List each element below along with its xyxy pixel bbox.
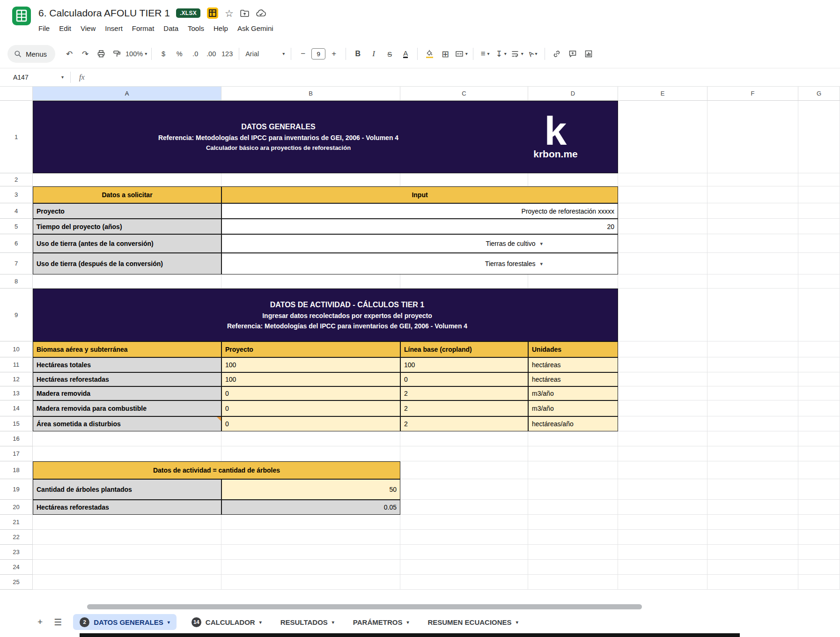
table-row-label[interactable]: Área sometida a disturbios xyxy=(33,416,221,431)
cloud-status-icon[interactable] xyxy=(256,9,266,18)
dropdown-arrow-icon[interactable]: ▾ xyxy=(540,261,543,267)
tab-calculador[interactable]: 14 CALCULADOR ▾ xyxy=(188,614,265,630)
horizontal-scrollbar-thumb[interactable] xyxy=(87,604,642,609)
name-box[interactable]: A147 ▾ xyxy=(0,74,70,81)
table-cell[interactable]: hectáreas xyxy=(528,357,618,372)
table-cell[interactable]: 100 xyxy=(400,357,528,372)
cell-proyecto-header[interactable]: Proyecto xyxy=(221,341,400,357)
undo-icon[interactable]: ↶ xyxy=(62,46,77,61)
cell-uso-antes-dropdown[interactable]: Tierras de cultivo ▾ xyxy=(221,234,618,253)
format-percent-button[interactable]: % xyxy=(172,46,187,61)
table-cell[interactable]: 0 xyxy=(221,400,400,416)
text-wrap-button[interactable]: ▾ xyxy=(509,46,524,61)
table-cell[interactable]: 0 xyxy=(221,416,400,431)
add-sheet-icon[interactable]: + xyxy=(37,617,43,627)
cell-actividad-header[interactable]: DATOS DE ACTIVIDAD - CÁLCULOS TIER 1 Ing… xyxy=(33,289,618,341)
cell-hectareas-reforestadas-label[interactable]: Hectáreas reforestadas xyxy=(33,500,221,515)
menu-file[interactable]: File xyxy=(34,23,54,34)
menu-view[interactable]: View xyxy=(76,23,100,34)
insert-chart-icon[interactable] xyxy=(581,46,596,61)
increase-decimals-button[interactable]: .00 xyxy=(204,46,219,61)
vertical-align-button[interactable]: ↧▾ xyxy=(494,46,508,61)
table-cell[interactable]: 0 xyxy=(400,372,528,386)
cell-uso-despues-dropdown[interactable]: Tierras forestales ▾ xyxy=(221,253,618,274)
menu-data[interactable]: Data xyxy=(159,23,183,34)
table-cell[interactable]: 2 xyxy=(400,386,528,400)
cell-arboles-plantados-label[interactable]: Cantidad de árboles plantados xyxy=(33,479,221,500)
more-formats-button[interactable]: 123 xyxy=(220,46,235,61)
toolbar-divider xyxy=(545,48,545,60)
format-currency-button[interactable]: $ xyxy=(156,46,171,61)
redo-icon[interactable]: ↷ xyxy=(78,46,93,61)
menu-ask-gemini[interactable]: Ask Gemini xyxy=(233,23,278,34)
table-row-label[interactable]: Madera removida xyxy=(33,386,221,400)
zoom-dropdown[interactable]: 100%▾ xyxy=(125,46,147,61)
table-cell[interactable]: 100 xyxy=(221,372,400,386)
increase-font-size-button[interactable]: + xyxy=(326,46,341,61)
move-folder-icon[interactable] xyxy=(240,9,250,18)
cell-arboles-header[interactable]: Datos de actividad = cantidad de árboles xyxy=(33,461,400,479)
paint-format-icon[interactable] xyxy=(110,46,125,61)
text-rotation-button[interactable]: A▾ xyxy=(525,46,540,61)
table-cell[interactable]: 0 xyxy=(221,386,400,400)
font-family-dropdown[interactable]: Arial▾ xyxy=(243,46,287,61)
tab-label: PARÁMETROS xyxy=(353,618,403,626)
sheets-logo-icon[interactable] xyxy=(11,6,32,26)
cell-proyecto-label[interactable]: Proyecto xyxy=(33,203,221,219)
borders-button[interactable]: ⊞ xyxy=(438,46,453,61)
print-icon[interactable] xyxy=(94,46,109,61)
cell-hectareas-reforestadas-value[interactable]: 0.05 xyxy=(221,500,400,515)
menu-tools[interactable]: Tools xyxy=(184,23,208,34)
cell-uso-antes-label[interactable]: Uso de tierra (antes de la conversión) xyxy=(33,234,221,253)
merge-cells-button[interactable]: ▾ xyxy=(454,46,469,61)
formula-bar-divider xyxy=(70,72,71,83)
insert-link-icon[interactable] xyxy=(549,46,564,61)
fx-icon[interactable]: fx xyxy=(79,73,85,81)
table-cell[interactable]: hectáreas xyxy=(528,372,618,386)
italic-button[interactable]: I xyxy=(366,46,381,61)
zoom-value: 100% xyxy=(125,50,143,58)
table-cell[interactable]: hectáreas/año xyxy=(528,416,618,431)
font-size-input[interactable]: 9 xyxy=(311,48,325,59)
cell-linea-base-header[interactable]: Línea base (cropland) xyxy=(400,341,528,357)
table-row-label[interactable]: Hectáreas reforestadas xyxy=(33,372,221,386)
cell-input-header[interactable]: Input xyxy=(221,186,618,203)
text-color-button[interactable]: A xyxy=(403,50,408,59)
horizontal-align-button[interactable]: ≡▾ xyxy=(478,46,493,61)
all-sheets-icon[interactable]: ☰ xyxy=(54,617,62,628)
table-row-label[interactable]: Madera removida para combustible xyxy=(33,400,221,416)
menu-help[interactable]: Help xyxy=(209,23,232,34)
table-cell[interactable]: 2 xyxy=(400,400,528,416)
tab-datos-generales[interactable]: 2 DATOS GENERALES ▾ xyxy=(73,614,177,630)
decrease-decimals-button[interactable]: .0 xyxy=(188,46,203,61)
menus-search-button[interactable]: Menus xyxy=(7,45,55,63)
cell-tiempo-value[interactable]: 20 xyxy=(221,219,618,234)
decrease-font-size-button[interactable]: − xyxy=(295,46,310,61)
cell-datos-a-solicitar[interactable]: Datos a solicitar xyxy=(33,186,221,203)
insert-comment-icon[interactable] xyxy=(565,46,580,61)
cell-uso-despues-label[interactable]: Uso de tierra (después de la conversión) xyxy=(33,253,221,274)
table-cell[interactable]: m3/año xyxy=(528,400,618,416)
table-cell[interactable]: 2 xyxy=(400,416,528,431)
menu-format[interactable]: Format xyxy=(128,23,159,34)
bold-button[interactable]: B xyxy=(350,46,365,61)
table-cell[interactable]: m3/año xyxy=(528,386,618,400)
cell-tiempo-label[interactable]: Tiempo del proyecto (años) xyxy=(33,219,221,234)
star-icon[interactable]: ☆ xyxy=(225,8,234,18)
cell-proyecto-value[interactable]: Proyecto de reforestación xxxxx xyxy=(221,203,618,219)
cell-biomasa-header[interactable]: Biomasa aérea y subterránea xyxy=(33,341,221,357)
table-cell[interactable]: 100 xyxy=(221,357,400,372)
fill-color-button[interactable] xyxy=(422,46,437,61)
dropdown-arrow-icon[interactable]: ▾ xyxy=(540,241,543,247)
cell-general-header[interactable]: DATOS GENERALES Referencia: Metodologías… xyxy=(33,101,618,173)
document-title[interactable]: 6. Calculadora AFOLU TIER 1 xyxy=(38,7,170,19)
menu-insert[interactable]: Insert xyxy=(101,23,127,34)
strikethrough-button[interactable]: S xyxy=(382,46,397,61)
cell-unidades-header[interactable]: Unidades xyxy=(528,341,618,357)
cell-arboles-plantados-value[interactable]: 50 xyxy=(221,479,400,500)
menu-edit[interactable]: Edit xyxy=(55,23,75,34)
table-row-label[interactable]: Hectáreas totales xyxy=(33,357,221,372)
tab-resultados[interactable]: RESULTADOS ▾ xyxy=(277,614,338,630)
tab-parametros[interactable]: PARÁMETROS ▾ xyxy=(349,614,413,630)
tab-resumen-ecuaciones[interactable]: RESUMEN ECUACIONES ▾ xyxy=(424,614,522,630)
